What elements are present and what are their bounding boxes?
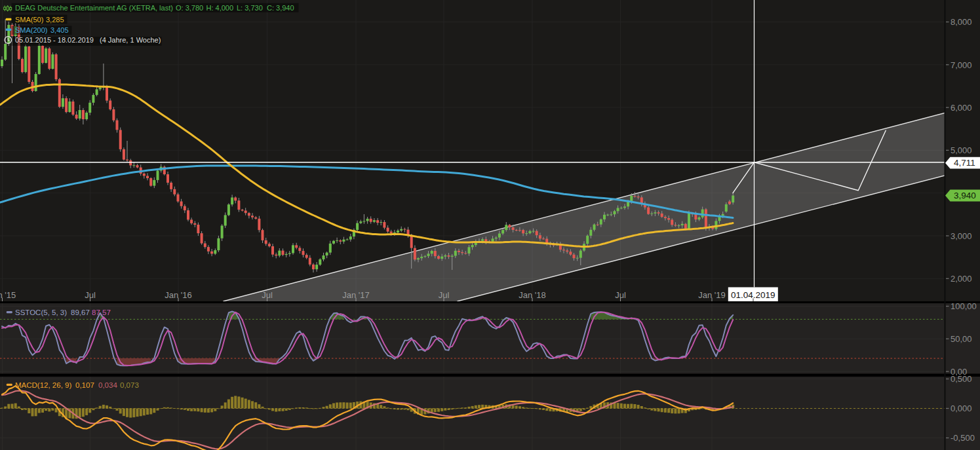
- svg-text:4,711: 4,711: [954, 158, 975, 168]
- svg-text:Jan '16: Jan '16: [165, 290, 192, 300]
- svg-text:SSTOC(5, 5, 3)89,6787,57: SSTOC(5, 5, 3)89,6787,57: [15, 309, 111, 316]
- svg-text:Jan '18: Jan '18: [519, 290, 546, 300]
- svg-text:Jul: Jul: [439, 290, 450, 300]
- svg-text:7,000: 7,000: [951, 60, 972, 70]
- svg-text:100,00: 100,00: [951, 301, 977, 311]
- svg-text:5,000: 5,000: [951, 145, 972, 155]
- svg-text:Jan '19: Jan '19: [698, 290, 726, 300]
- svg-text:SMA(200)3,405: SMA(200)3,405: [15, 26, 69, 34]
- svg-text:SMA(50)3,285: SMA(50)3,285: [15, 16, 64, 24]
- svg-text:Jul: Jul: [262, 290, 273, 300]
- svg-text:50,00: 50,00: [951, 334, 972, 344]
- svg-text:Jul: Jul: [85, 290, 96, 300]
- svg-text:01.04.2019: 01.04.2019: [731, 290, 775, 300]
- svg-text:8,000: 8,000: [951, 17, 972, 27]
- svg-text:0,500: 0,500: [951, 374, 972, 384]
- svg-text:0,000: 0,000: [951, 403, 972, 413]
- svg-text:DEAG Deutsche Entertainment AG: DEAG Deutsche Entertainment AG (XETRA, l…: [15, 4, 294, 12]
- svg-text:-0,500: -0,500: [951, 433, 975, 443]
- svg-text:3,000: 3,000: [951, 231, 972, 241]
- svg-text:2,000: 2,000: [951, 274, 972, 284]
- svg-text:3,940: 3,940: [954, 191, 976, 200]
- svg-text:MACD(12, 26, 9)0,1070,0340,073: MACD(12, 26, 9)0,1070,0340,073: [15, 381, 139, 389]
- svg-text:Jan '17: Jan '17: [342, 290, 370, 300]
- svg-text:05.01.2015 - 18.02.2019(4 Jahr: 05.01.2015 - 18.02.2019(4 Jahre, 1 Woche…: [15, 36, 161, 44]
- svg-text:Jul: Jul: [615, 290, 626, 300]
- svg-text:Jan '15: Jan '15: [0, 290, 16, 300]
- svg-text:6,000: 6,000: [951, 103, 972, 113]
